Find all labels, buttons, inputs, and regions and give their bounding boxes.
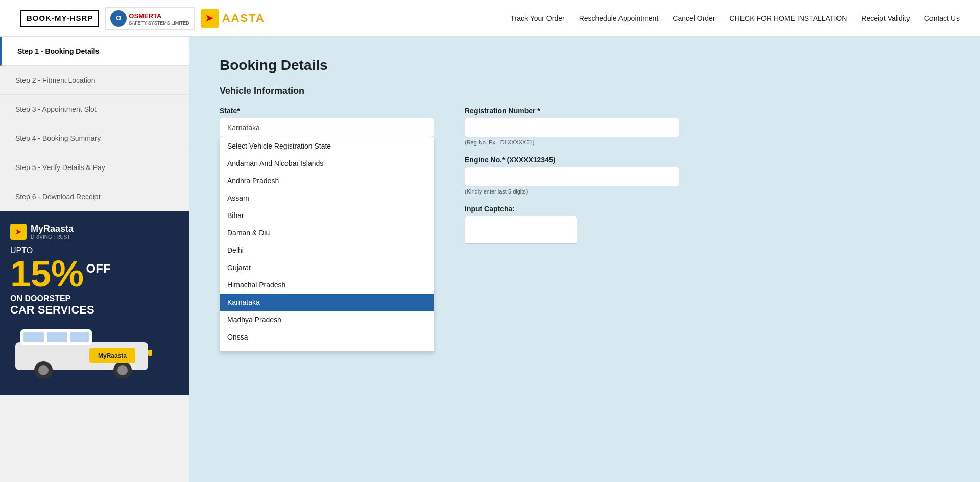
- ad-brand-name: MyRaasta: [31, 224, 74, 234]
- engine-hint: (Kindly enter last 5 digits): [465, 188, 679, 195]
- state-option-AP[interactable]: Andhra Pradesh: [220, 172, 434, 189]
- captcha-box[interactable]: [465, 216, 577, 244]
- nav-receipt-validity[interactable]: Receipt Validity: [861, 14, 910, 22]
- state-option-default[interactable]: Select Vehicle Registration State: [220, 137, 434, 155]
- state-option-DD[interactable]: Daman & Diu: [220, 224, 434, 242]
- logos-group: BOOK-MY-HSRP O OSMERTA SAFETY SYSTEMS LI…: [20, 7, 265, 30]
- reg-label: Registration Number *: [465, 107, 679, 115]
- state-dropdown-list[interactable]: Select Vehicle Registration StateAndaman…: [220, 137, 434, 352]
- svg-point-8: [117, 365, 128, 375]
- header: BOOK-MY-HSRP O OSMERTA SAFETY SYSTEMS LI…: [0, 0, 980, 37]
- svg-text:MyRaasta: MyRaasta: [98, 352, 127, 359]
- ad-car-illustration: MyRaasta: [10, 322, 179, 393]
- sidebar-step-6[interactable]: Step 6 - Download Receipt: [0, 182, 189, 211]
- page-body: Step 1 - Booking Details Step 2 - Fitmen…: [0, 37, 980, 482]
- engine-input[interactable]: [465, 167, 679, 186]
- page-title: Booking Details: [220, 57, 949, 74]
- captcha-group: Input Captcha:: [465, 205, 679, 244]
- ad-logo-icon: ➤: [10, 224, 27, 240]
- engine-label: Engine No.* (XXXXX12345): [465, 156, 679, 164]
- state-option-KA[interactable]: Karnataka: [220, 294, 434, 311]
- nav-home-install[interactable]: CHECK FOR HOME INSTALLATION: [730, 14, 847, 22]
- ad-services: CAR SERVICES: [10, 303, 179, 317]
- sidebar-step-1[interactable]: Step 1 - Booking Details: [0, 37, 189, 66]
- svg-rect-2: [23, 332, 44, 342]
- nav-cancel-order[interactable]: Cancel Order: [673, 14, 715, 22]
- ad-brand-sub: DRIVING TRUST: [31, 234, 74, 240]
- osmerta-sub: SAFETY SYSTEMS LIMITED: [129, 20, 189, 26]
- form-row: State* Select Vehicle Registration State…: [220, 107, 949, 254]
- registration-group: Registration Number * (Reg No. Ex.- DLXX…: [465, 107, 679, 146]
- main-content: Booking Details Vehicle Information Stat…: [189, 37, 980, 482]
- osmerta-name: OSMERTA: [129, 12, 161, 20]
- aasta-name: AASTA: [222, 12, 265, 25]
- state-label: State*: [220, 107, 434, 115]
- ad-doorstep: ON DOORSTEP: [10, 294, 179, 303]
- state-option-RJ[interactable]: Rajasthan: [220, 346, 434, 352]
- logo-book-my-hsrp: BOOK-MY-HSRP: [20, 10, 99, 27]
- sidebar-step-4[interactable]: Step 4 - Booking Summary: [0, 124, 189, 153]
- nav-track-order[interactable]: Track Your Order: [511, 14, 565, 22]
- state-option-AN[interactable]: Andaman And Nicobar Islands: [220, 155, 434, 172]
- svg-rect-11: [148, 350, 152, 356]
- state-option-DL[interactable]: Delhi: [220, 242, 434, 259]
- svg-point-6: [38, 365, 49, 375]
- svg-rect-4: [70, 332, 89, 342]
- ad-percent-row: 15% OFF: [10, 255, 179, 292]
- sidebar: Step 1 - Booking Details Step 2 - Fitmen…: [0, 37, 189, 482]
- right-form-col: Registration Number * (Reg No. Ex.- DLXX…: [465, 107, 679, 254]
- nav-contact-us[interactable]: Contact Us: [924, 14, 960, 22]
- nav-menu: Track Your Order Reschedule Appointment …: [511, 14, 960, 22]
- state-option-HP[interactable]: Himachal Pradesh: [220, 276, 434, 294]
- svg-rect-3: [47, 332, 67, 342]
- state-option-BR[interactable]: Bihar: [220, 207, 434, 224]
- state-option-OR[interactable]: Orissa: [220, 328, 434, 346]
- ad-percent: 15%: [10, 253, 84, 294]
- state-option-GJ[interactable]: Gujarat: [220, 259, 434, 276]
- aasta-icon: ➤: [201, 9, 219, 28]
- logo-osmerta: O OSMERTA SAFETY SYSTEMS LIMITED: [105, 7, 194, 30]
- osmerta-icon: O: [110, 10, 127, 27]
- engine-group: Engine No.* (XXXXX12345) (Kindly enter l…: [465, 156, 679, 195]
- ad-logo: ➤ MyRaasta DRIVING TRUST: [10, 224, 179, 240]
- state-select[interactable]: Select Vehicle Registration StateAndaman…: [220, 118, 434, 137]
- reg-number-input[interactable]: [465, 118, 679, 137]
- state-option-AS[interactable]: Assam: [220, 189, 434, 207]
- sidebar-step-3[interactable]: Step 3 - Appointment Slot: [0, 95, 189, 124]
- reg-hint: (Reg No. Ex.- DLXXXXX01): [465, 139, 679, 146]
- ad-off: OFF: [86, 261, 111, 276]
- state-form-col: State* Select Vehicle Registration State…: [220, 107, 434, 137]
- state-option-MP[interactable]: Madhya Pradesh: [220, 311, 434, 328]
- section-title: Vehicle Information: [220, 86, 949, 97]
- sidebar-step-2[interactable]: Step 2 - Fitment Location: [0, 66, 189, 95]
- sidebar-ad: ➤ MyRaasta DRIVING TRUST UPTO 15% OFF ON…: [0, 211, 189, 395]
- captcha-label: Input Captcha:: [465, 205, 679, 213]
- state-dropdown-wrapper: Select Vehicle Registration StateAndaman…: [220, 118, 434, 137]
- sidebar-step-5[interactable]: Step 5 - Verify Details & Pay: [0, 153, 189, 182]
- logo-aasta: ➤ AASTA: [201, 9, 265, 28]
- nav-reschedule[interactable]: Reschedule Appointment: [579, 14, 659, 22]
